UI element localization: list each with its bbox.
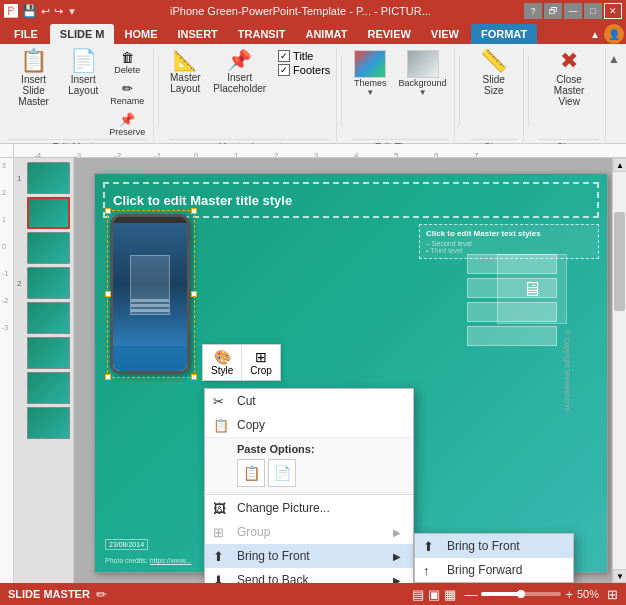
style-btn[interactable]: 🎨 Style <box>203 345 242 380</box>
title-checkbox-item[interactable]: ✓ Title <box>278 50 330 62</box>
context-menu-send-to-back[interactable]: ⬇ Send to Back ▶ <box>205 568 413 583</box>
thumb-container-6 <box>17 337 70 369</box>
insert-layout-btn[interactable]: 📄 InsertLayout <box>63 48 103 98</box>
fit-slide-btn[interactable]: ⊞ <box>607 587 618 602</box>
maximize-btn[interactable]: □ <box>584 3 602 19</box>
group-arrow: ▶ <box>393 527 401 538</box>
slide-thumbnail-2-active[interactable] <box>27 197 70 229</box>
slide-thumbnail-3[interactable] <box>27 232 70 264</box>
status-left: SLIDE MASTER ✏ <box>8 587 107 602</box>
slide-thumbnail-4[interactable] <box>27 267 70 299</box>
tab-slide-m[interactable]: SLIDE M <box>50 24 115 44</box>
handle-br[interactable] <box>191 374 197 380</box>
restore-btn[interactable]: 🗗 <box>544 3 562 19</box>
redo-icon[interactable]: ↪ <box>54 5 63 18</box>
user-avatar: 👤 <box>604 24 624 44</box>
paste-btn-1[interactable]: 📋 <box>237 459 265 487</box>
insert-placeholder-btn[interactable]: 📌 InsertPlaceholder <box>209 48 270 96</box>
tab-file[interactable]: FILE <box>2 24 50 44</box>
tab-animat[interactable]: ANIMAT <box>295 24 357 44</box>
collapse-ribbon-icon[interactable]: ▲ <box>590 29 600 40</box>
help-btn[interactable]: ? <box>524 3 542 19</box>
handle-ml[interactable] <box>105 291 111 297</box>
slide-thumbnail-6[interactable] <box>27 337 70 369</box>
zoom-slider-fill <box>481 592 521 596</box>
rename-btn[interactable]: ✏ Rename <box>107 79 147 108</box>
tab-home[interactable]: HOME <box>114 24 167 44</box>
cut-label: Cut <box>237 394 256 408</box>
slide-subtitle-text: Click to edit Master text styles <box>426 229 592 238</box>
slide-thumbnail-5[interactable] <box>27 302 70 334</box>
slide-size-btn[interactable]: 📏 SlideSize <box>474 48 514 98</box>
crop-btn[interactable]: ⊞ Crop <box>242 345 280 380</box>
view-normal-icon[interactable]: ▤ <box>412 587 424 602</box>
ribbon-collapse-icon[interactable]: ▲ <box>608 52 620 66</box>
scroll-up-btn[interactable]: ▲ <box>613 158 626 172</box>
paste-options-bar: 📋 📄 <box>237 456 405 490</box>
minimize-btn[interactable]: — <box>564 3 582 19</box>
sub-bring-forward[interactable]: ↑ Bring Forward <box>415 558 573 582</box>
ribbon-group-close: ✖ CloseMaster View Close <box>533 48 606 155</box>
credit-text: Photo credits: https://www... <box>105 557 191 564</box>
footers-checkbox-item[interactable]: ✓ Footers <box>278 64 330 76</box>
close-btn[interactable]: ✕ <box>604 3 622 19</box>
zoom-out-btn[interactable]: — <box>464 587 477 602</box>
footers-checkbox[interactable]: ✓ <box>278 64 290 76</box>
paste-btn-2[interactable]: 📄 <box>268 459 296 487</box>
sub-bring-front-label: Bring to Front <box>447 539 520 553</box>
zoom-in-btn[interactable]: + <box>565 587 573 602</box>
thumb-num-4: 2 <box>17 279 25 288</box>
sub-bring-to-front[interactable]: ⬆ Bring to Front <box>415 534 573 558</box>
change-picture-icon: 🖼 <box>213 501 226 516</box>
credit-url[interactable]: https://www... <box>150 557 192 564</box>
scroll-thumb[interactable] <box>614 212 625 311</box>
tab-view[interactable]: VIEW <box>421 24 469 44</box>
background-label: Background <box>399 78 447 88</box>
handle-mr[interactable] <box>191 291 197 297</box>
handle-tl[interactable] <box>105 208 111 214</box>
selection-box <box>107 210 195 378</box>
slide-thumbnail-1[interactable] <box>27 162 70 194</box>
background-btn[interactable]: Background ▼ <box>395 48 451 99</box>
delete-btn[interactable]: 🗑 Delete <box>107 48 147 77</box>
undo-icon[interactable]: ↩ <box>41 5 50 18</box>
tab-review[interactable]: REVIEW <box>357 24 420 44</box>
context-menu-change-picture[interactable]: 🖼 Change Picture... <box>205 496 413 520</box>
context-menu-bring-to-front[interactable]: ⬆ Bring to Front ▶ <box>205 544 413 568</box>
customize-icon[interactable]: ▼ <box>67 6 77 17</box>
save-icon[interactable]: 💾 <box>22 4 37 18</box>
content-boxes: 🖥 <box>467 254 557 346</box>
sub-bring-forward-icon: ↑ <box>423 563 430 578</box>
sub-bring-forward-label: Bring Forward <box>447 563 522 577</box>
background-swatch <box>407 50 439 78</box>
paste-options-label: Paste Options: <box>237 443 315 455</box>
slide-thumbnail-8[interactable] <box>27 407 70 439</box>
context-menu-cut[interactable]: ✂ Cut <box>205 389 413 413</box>
view-grid-icon[interactable]: ▦ <box>444 587 456 602</box>
handle-tr[interactable] <box>191 208 197 214</box>
context-menu-group[interactable]: ⊞ Group ▶ <box>205 520 413 544</box>
send-back-arrow: ▶ <box>393 575 401 584</box>
zoom-slider[interactable] <box>481 592 561 596</box>
handle-bl[interactable] <box>105 374 111 380</box>
zoom-slider-thumb[interactable] <box>517 590 525 598</box>
tab-transit[interactable]: TRANSIT <box>228 24 296 44</box>
tab-insert[interactable]: INSERT <box>167 24 227 44</box>
scroll-down-btn[interactable]: ▼ <box>613 569 626 583</box>
slide-thumbnail-7[interactable] <box>27 372 70 404</box>
view-slide-icon[interactable]: ▣ <box>428 587 440 602</box>
themes-btn[interactable]: Themes ▼ <box>350 48 391 99</box>
tab-format[interactable]: FORMAT <box>471 24 537 44</box>
master-layout-btn[interactable]: 📐 MasterLayout <box>165 48 205 96</box>
title-checkbox[interactable]: ✓ <box>278 50 290 62</box>
group-label: Group <box>237 525 270 539</box>
edit-icon[interactable]: ✏ <box>96 587 107 602</box>
thumb-container-2 <box>17 197 70 229</box>
context-menu-copy[interactable]: 📋 Copy <box>205 413 413 437</box>
thumb-num-1: 1 <box>17 174 25 183</box>
scrollbar-vertical[interactable]: ▲ ▼ <box>612 158 626 583</box>
separator-3 <box>459 56 460 126</box>
preserve-btn[interactable]: 📌 Preserve <box>107 110 147 139</box>
insert-slide-master-btn[interactable]: 📋 Insert SlideMaster <box>8 48 59 109</box>
close-master-view-btn[interactable]: ✖ CloseMaster View <box>539 48 599 109</box>
